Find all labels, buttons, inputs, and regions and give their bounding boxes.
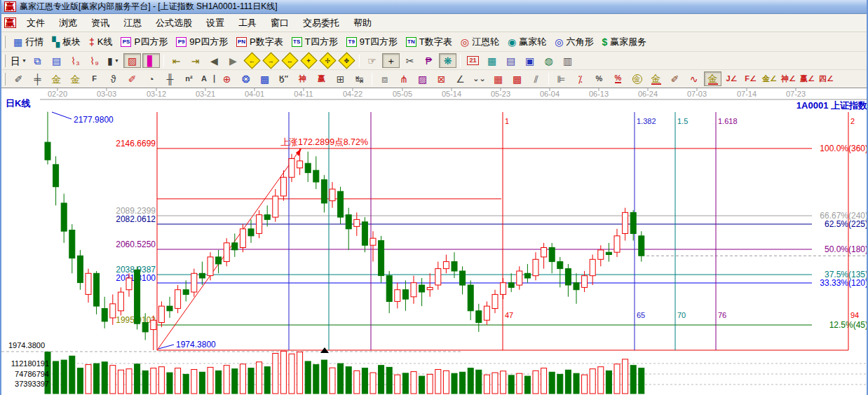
btn-percent[interactable]: % <box>590 71 608 86</box>
btn-shen-angle[interactable]: 神∠ <box>780 71 797 86</box>
btn-k-count[interactable]: Ӄ″ <box>275 71 292 86</box>
btn-gold-circle[interactable]: 金 <box>628 71 646 86</box>
btn-n-square[interactable]: n² <box>180 71 198 86</box>
btn-quote-report[interactable]: ▤ <box>48 53 65 68</box>
btn-golden-section[interactable]: 金 <box>48 71 65 86</box>
btn-gold-angle-active[interactable]: 金 <box>704 71 721 86</box>
btn-t-number-table[interactable]: TNT数字表 <box>402 34 456 50</box>
btn-price-ruler[interactable]: ╫ <box>161 71 179 86</box>
btn-j-angle[interactable]: J∠ <box>723 71 740 86</box>
menu-item[interactable]: 文件 <box>20 15 52 32</box>
btn-trend-pencil[interactable]: ✐ <box>666 71 684 86</box>
btn-memo[interactable]: ▤ <box>502 53 520 68</box>
btn-p-number-table[interactable]: PNP数字表 <box>232 34 287 50</box>
btn-red-grid[interactable]: ▦ <box>489 71 507 86</box>
btn-t-square[interactable]: TST四方形 <box>287 34 342 50</box>
menu-item[interactable]: 帮助 <box>346 15 379 32</box>
btn-save-web[interactable]: ◍ <box>540 53 557 68</box>
menu-item[interactable]: 工具 <box>231 15 264 32</box>
btn-winner-wheel[interactable]: ◉赢家轮 <box>503 34 550 50</box>
btn-parallel-lines[interactable]: ⫽ <box>527 71 545 86</box>
menu-item[interactable]: 交易委托 <box>296 15 346 32</box>
btn-golden-box[interactable]: 金 <box>67 71 84 86</box>
btn-gann-tool-purple[interactable]: ₱ <box>420 53 438 68</box>
btn-percent-level[interactable]: % <box>609 71 627 86</box>
btn-kline[interactable]: ‡K线 <box>85 34 116 50</box>
btn-hexagon[interactable]: ◎六角形 <box>550 34 597 50</box>
btn-fibonacci-ruler[interactable]: F <box>86 71 103 86</box>
btn-ying-angle[interactable]: 赢∠ <box>799 71 816 86</box>
btn-shen-tool[interactable]: 神 <box>294 71 311 86</box>
btn-prev-bar[interactable]: ◀ <box>205 53 223 68</box>
btn-p-square[interactable]: PSP四方形 <box>116 34 172 50</box>
btn-angle-lines[interactable]: ∠ <box>452 71 469 86</box>
toolbar-grip[interactable] <box>4 55 6 67</box>
btn-workstation[interactable]: ▥ <box>559 53 576 68</box>
btn-calendar-21[interactable]: 21 <box>464 53 482 68</box>
btn-compress-horizontal[interactable]: + <box>300 53 318 68</box>
btn-time-cycle[interactable]: ◔ <box>142 71 160 86</box>
btn-grid-arrow[interactable]: ▩ <box>508 71 526 86</box>
btn-zigzag[interactable]: ⌄⌄ <box>470 71 488 86</box>
btn-x-box[interactable]: ⊠ <box>433 71 450 86</box>
btn-scale-list[interactable]: ⊫ <box>552 71 570 86</box>
menu-item[interactable]: 资讯 <box>84 15 116 32</box>
btn-fan-box[interactable]: ▨ <box>414 71 431 86</box>
btn-mini-chart-3[interactable]: ⌇₃ <box>67 53 84 68</box>
btn-gann-fan[interactable]: ⋔ <box>395 71 412 86</box>
chart-canvas[interactable]: 02-2003-0303-1203-2104-0104-1104-2205-05… <box>1 88 868 395</box>
menu-item[interactable]: 窗口 <box>264 15 296 32</box>
btn-spiral[interactable]: ϑ <box>104 71 122 86</box>
btn-first-bar[interactable]: ⇤ <box>168 53 185 68</box>
btn-period-day-selector[interactable]: 日▼ <box>10 53 27 68</box>
btn-f-angle[interactable]: F∠ <box>742 71 759 86</box>
btn-winner-service[interactable]: $赢家服务 <box>597 34 651 50</box>
btn-smart-analysis[interactable]: ❋ <box>439 53 456 68</box>
menu-item[interactable]: 江恩 <box>116 15 149 32</box>
btn-market-quotes[interactable]: ▦行情 <box>9 34 48 50</box>
btn-sectors[interactable]: ▚板块 <box>48 34 85 50</box>
btn-mirror-angle[interactable]: A⎹ <box>199 71 217 86</box>
btn-shift-right[interactable]: → <box>262 53 280 68</box>
btn-gold-angle[interactable]: 金∠ <box>761 71 778 86</box>
toolbar-grip[interactable] <box>4 73 6 85</box>
btn-crosshair[interactable]: ＋ <box>382 53 400 68</box>
btn-gold-level[interactable]: 金 <box>647 71 665 86</box>
btn-expand-horizontal[interactable]: ↔ <box>281 53 299 68</box>
btn-percent-line[interactable]: ⁒ <box>571 71 589 86</box>
btn-red-knife[interactable]: ✐ <box>123 71 141 86</box>
btn-zoom-out-all[interactable]: ✢ <box>319 53 337 68</box>
btn-square-of-nine[interactable]: ▩ <box>256 71 273 86</box>
btn-mini-chart-9[interactable]: ⌇₉ <box>86 53 103 68</box>
btn-gann-fan-circle[interactable]: ⊕ <box>218 71 236 86</box>
btn-four-angle[interactable]: 四∠ <box>818 71 835 86</box>
btn-shift-left[interactable]: ← <box>243 53 261 68</box>
btn-zoom-in-all[interactable]: ✥ <box>338 53 355 68</box>
btn-last-bar[interactable]: ⇥ <box>187 53 204 68</box>
btn-span-measure[interactable]: ↹ <box>351 71 368 86</box>
menu-item[interactable]: 公式选股 <box>149 15 199 32</box>
btn-wave-tool[interactable]: ∿ <box>685 71 703 86</box>
btn-delete-line[interactable]: ✂ <box>401 53 419 68</box>
toolbar-grip[interactable] <box>4 36 6 48</box>
btn-9t-square[interactable]: T99T四方形 <box>342 34 402 50</box>
btn-next-bar[interactable]: ▶ <box>224 53 242 68</box>
btn-gann-knife[interactable]: ✐ <box>10 71 27 86</box>
btn-grid-ruler[interactable]: ╪ <box>29 71 46 86</box>
btn-box-tool[interactable]: ⧈ <box>376 71 393 86</box>
menu-item[interactable]: 浏览 <box>52 15 84 32</box>
btn-gann-wheel[interactable]: ◎江恩轮 <box>456 34 503 50</box>
btn-calculator[interactable]: ▦ <box>483 53 501 68</box>
btn-gann-map[interactable]: ▨ <box>123 53 141 68</box>
menu-item[interactable]: 设置 <box>199 15 231 32</box>
btn-volume-profile[interactable]: ▋ <box>142 53 160 68</box>
btn-window-cascade[interactable]: ⧉ <box>29 53 46 68</box>
btn-ruler-123[interactable]: ⊞ <box>332 71 349 86</box>
title-bar[interactable]: 赢 赢家江恩专业版[赢家内部服务平台] - [上证指数 SH1A0001-111… <box>1 0 867 14</box>
btn-ying-tool[interactable]: 赢 <box>313 71 330 86</box>
btn-candle-period[interactable]: ▮▼ <box>104 53 122 68</box>
btn-star-rays[interactable]: ❂ <box>237 71 255 86</box>
btn-pan-hand[interactable]: ☞ <box>363 53 381 68</box>
btn-save[interactable]: ▣ <box>521 53 538 68</box>
btn-9p-square[interactable]: P99P四方形 <box>172 34 232 50</box>
